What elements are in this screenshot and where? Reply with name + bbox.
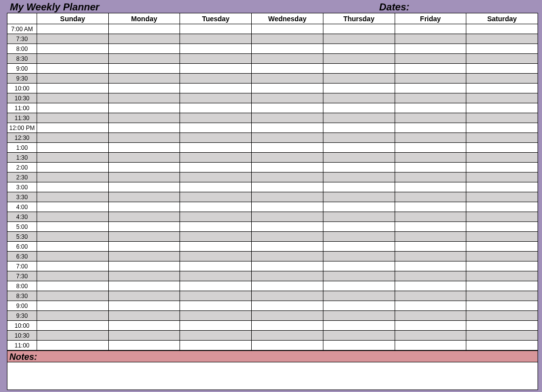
planner-cell[interactable] [323,261,395,271]
planner-cell[interactable] [466,133,538,143]
planner-cell[interactable] [180,123,252,133]
planner-cell[interactable] [395,44,466,54]
planner-cell[interactable] [37,321,109,331]
planner-cell[interactable] [252,143,323,153]
planner-cell[interactable] [466,24,538,34]
planner-cell[interactable] [323,173,395,182]
planner-cell[interactable] [466,113,538,123]
planner-cell[interactable] [252,24,323,34]
planner-cell[interactable] [108,291,180,301]
planner-cell[interactable] [180,271,252,281]
planner-cell[interactable] [466,34,538,44]
planner-cell[interactable] [395,84,466,93]
notes-area[interactable] [7,362,538,390]
planner-cell[interactable] [395,153,466,163]
planner-cell[interactable] [323,24,395,34]
planner-cell[interactable] [180,133,252,143]
planner-cell[interactable] [323,311,395,321]
planner-cell[interactable] [395,163,466,173]
planner-cell[interactable] [395,301,466,311]
planner-cell[interactable] [466,143,538,153]
planner-cell[interactable] [323,143,395,153]
planner-cell[interactable] [323,163,395,173]
planner-cell[interactable] [180,84,252,93]
planner-cell[interactable] [323,74,395,84]
planner-cell[interactable] [395,341,466,350]
planner-cell[interactable] [466,252,538,261]
planner-cell[interactable] [395,261,466,271]
planner-cell[interactable] [108,182,180,192]
planner-cell[interactable] [180,44,252,54]
planner-cell[interactable] [180,321,252,331]
planner-cell[interactable] [395,93,466,103]
planner-cell[interactable] [37,103,109,113]
planner-cell[interactable] [395,232,466,242]
planner-cell[interactable] [108,331,180,341]
planner-cell[interactable] [395,281,466,291]
planner-cell[interactable] [323,192,395,202]
planner-cell[interactable] [466,182,538,192]
planner-cell[interactable] [395,54,466,64]
planner-cell[interactable] [252,232,323,242]
planner-cell[interactable] [252,222,323,232]
planner-cell[interactable] [466,93,538,103]
planner-cell[interactable] [323,321,395,331]
planner-cell[interactable] [37,261,109,271]
planner-cell[interactable] [180,173,252,182]
planner-cell[interactable] [395,311,466,321]
planner-cell[interactable] [180,74,252,84]
planner-cell[interactable] [323,252,395,261]
planner-cell[interactable] [180,291,252,301]
planner-cell[interactable] [180,331,252,341]
planner-cell[interactable] [395,123,466,133]
planner-cell[interactable] [180,54,252,64]
planner-cell[interactable] [323,44,395,54]
planner-cell[interactable] [108,341,180,350]
planner-cell[interactable] [466,222,538,232]
planner-cell[interactable] [323,212,395,222]
planner-cell[interactable] [252,103,323,113]
planner-cell[interactable] [252,311,323,321]
planner-cell[interactable] [466,331,538,341]
planner-cell[interactable] [37,34,109,44]
planner-cell[interactable] [395,252,466,261]
planner-cell[interactable] [395,64,466,74]
planner-cell[interactable] [180,153,252,163]
planner-cell[interactable] [252,341,323,350]
planner-cell[interactable] [37,133,109,143]
planner-cell[interactable] [252,93,323,103]
planner-cell[interactable] [108,232,180,242]
planner-cell[interactable] [108,222,180,232]
planner-cell[interactable] [466,44,538,54]
planner-cell[interactable] [466,291,538,301]
planner-cell[interactable] [252,163,323,173]
planner-cell[interactable] [37,202,109,212]
planner-cell[interactable] [395,242,466,252]
planner-cell[interactable] [323,84,395,93]
planner-cell[interactable] [37,222,109,232]
planner-cell[interactable] [466,103,538,113]
planner-cell[interactable] [323,232,395,242]
planner-cell[interactable] [252,291,323,301]
planner-cell[interactable] [180,93,252,103]
planner-cell[interactable] [37,341,109,350]
planner-cell[interactable] [180,222,252,232]
planner-cell[interactable] [37,64,109,74]
planner-cell[interactable] [466,54,538,64]
planner-cell[interactable] [37,331,109,341]
planner-cell[interactable] [108,261,180,271]
planner-cell[interactable] [323,291,395,301]
planner-cell[interactable] [252,74,323,84]
planner-cell[interactable] [466,242,538,252]
planner-cell[interactable] [180,341,252,350]
planner-cell[interactable] [108,192,180,202]
planner-cell[interactable] [466,212,538,222]
planner-cell[interactable] [395,24,466,34]
planner-cell[interactable] [37,212,109,222]
planner-cell[interactable] [323,54,395,64]
planner-cell[interactable] [323,133,395,143]
planner-cell[interactable] [395,291,466,301]
planner-cell[interactable] [466,202,538,212]
planner-cell[interactable] [395,321,466,331]
planner-cell[interactable] [37,182,109,192]
